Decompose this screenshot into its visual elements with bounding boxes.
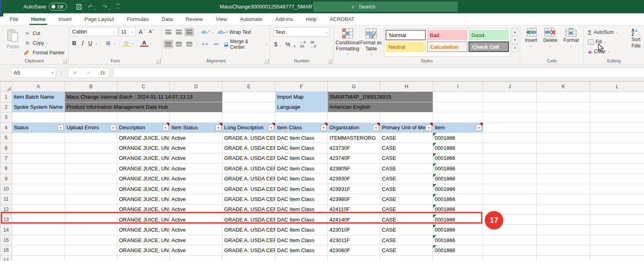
cell-C11[interactable]: ORANGE JUICE, UNSW [117, 194, 170, 204]
cell-I14[interactable]: 0001866 [433, 225, 483, 235]
cell-B15[interactable] [65, 235, 117, 245]
cell-H16[interactable]: CASE [380, 245, 433, 255]
cell-B17[interactable] [65, 255, 117, 261]
align-bottom-button[interactable] [185, 28, 194, 36]
cell-G10[interactable]: 423931F [328, 184, 380, 194]
cell-K12[interactable] [537, 204, 590, 214]
cell-J8[interactable] [483, 164, 537, 174]
underline-button[interactable]: U [86, 40, 94, 46]
cell-L10[interactable] [590, 184, 644, 194]
cell-G3[interactable] [328, 112, 380, 122]
cell-I11[interactable]: 0001866 [433, 194, 483, 204]
cell-F12[interactable]: DAC Item Class [275, 204, 328, 214]
cell-B1[interactable]: Mass Change Internal Batch : 2024-01-11 … [65, 92, 223, 102]
orientation-dropdown-icon[interactable]: ⌄ [211, 30, 214, 34]
font-dialog-launcher[interactable]: ↘ [156, 59, 160, 63]
cell-J9[interactable] [483, 174, 537, 184]
cell-B13[interactable] [65, 215, 117, 225]
font-color-button[interactable]: A [140, 40, 148, 47]
number-dialog-launcher[interactable]: ↘ [328, 59, 332, 63]
cell-K8[interactable] [537, 164, 590, 174]
column-header-E[interactable]: E [223, 82, 275, 92]
cell-B5[interactable] [65, 133, 117, 143]
cell-A15[interactable] [12, 235, 65, 245]
italic-button[interactable]: I [79, 40, 85, 46]
cell-I16[interactable]: 0001866 [433, 245, 483, 255]
tab-home[interactable]: Home [25, 13, 52, 25]
tab-review[interactable]: Review [179, 13, 209, 25]
increase-indent-button[interactable]: ⇥≡ [211, 40, 220, 48]
borders-dropdown-icon[interactable]: ⌄ [113, 41, 116, 45]
conditional-formatting-button[interactable]: Conditional Formatting ⌄ [336, 27, 360, 57]
cell-G14[interactable]: 423010F [328, 225, 380, 235]
cell-E9[interactable]: GRADE A. USDA CERTI [223, 174, 275, 184]
cell-F7[interactable]: DAC Item Class [275, 153, 328, 163]
column-header-I[interactable]: I [433, 82, 483, 92]
cell-F10[interactable]: DAC Item Class [275, 184, 328, 194]
column-header-G[interactable]: G [328, 82, 380, 92]
wrap-text-button[interactable]: ab⮐ Wrap Text [218, 29, 251, 35]
cell-H10[interactable]: CASE [380, 184, 433, 194]
cell-F2[interactable]: Language [275, 102, 328, 112]
column-header-B[interactable]: B [65, 82, 117, 92]
cell-C16[interactable]: ORANGE JUICE, UNSW [117, 245, 170, 255]
row-header-16[interactable]: 16 [0, 245, 12, 255]
cell-I2[interactable] [433, 102, 483, 112]
cell-C13[interactable]: ORANGE JUICE, UNSW [117, 215, 170, 225]
cell-J17[interactable] [483, 255, 537, 261]
decrease-decimal-button[interactable]: .00→.0 [309, 40, 316, 48]
cell-C14[interactable]: ORANGE JUICE, UNSW [117, 225, 170, 235]
cell-K3[interactable] [537, 112, 590, 122]
cell-I3[interactable] [433, 112, 483, 122]
cell-A4[interactable]: Status▼ [12, 122, 65, 133]
cell-D14[interactable]: Active [170, 225, 223, 235]
number-format-combobox[interactable]: Text ⌄ [273, 27, 330, 37]
fill-color-dropdown-icon[interactable]: ⌄ [131, 41, 134, 45]
cell-L12[interactable] [590, 204, 644, 214]
underline-dropdown-icon[interactable]: ⌄ [95, 41, 98, 45]
tab-data[interactable]: Data [155, 13, 179, 25]
cell-L4[interactable] [590, 122, 644, 133]
cell-I8[interactable]: 0001866 [433, 164, 483, 174]
alignment-dialog-launcher[interactable]: ↘ [264, 59, 269, 63]
cell-G6[interactable]: 423730F [328, 143, 380, 153]
align-top-button[interactable] [164, 28, 173, 36]
cell-D16[interactable]: Active [170, 245, 223, 255]
cell-D6[interactable]: Active [170, 143, 223, 153]
cell-C5[interactable]: ORANGE JUICE, UNSW [117, 133, 170, 143]
cell-I6[interactable]: 0001866 [433, 143, 483, 153]
cell-I17[interactable] [433, 255, 483, 261]
cell-D15[interactable]: Active [170, 235, 223, 245]
cell-F1[interactable]: Import Map [275, 92, 328, 102]
align-left-button[interactable] [164, 40, 173, 48]
cell-L1[interactable] [590, 92, 644, 102]
cell-E10[interactable]: GRADE A. USDA CERTI [223, 184, 275, 194]
cell-L16[interactable] [590, 245, 644, 255]
decrease-font-button[interactable]: A˅ [149, 28, 154, 35]
tab-file[interactable]: File [3, 13, 25, 25]
cell-K13[interactable] [537, 215, 590, 225]
cell-E4[interactable]: Long Description▼ [223, 122, 275, 133]
cell-H4[interactable]: Primary Unit of Me▼ [380, 122, 433, 133]
customize-qat-icon[interactable]: ⌄ [116, 4, 119, 9]
cell-D5[interactable]: Active [170, 133, 223, 143]
cell-I1[interactable] [433, 92, 483, 102]
row-header-10[interactable]: 10 [0, 184, 12, 194]
font-size-combobox[interactable]: 11 ⌄ [119, 27, 136, 36]
cell-I7[interactable]: 0001866 [433, 153, 483, 163]
cell-F13[interactable]: DAC Item Class [275, 215, 328, 225]
cell-K14[interactable] [537, 225, 590, 235]
column-header-J[interactable]: J [483, 82, 537, 92]
cell-B4[interactable]: Upload Errors▼ [65, 122, 117, 133]
cell-J11[interactable] [483, 194, 537, 204]
cell-A5[interactable] [12, 133, 65, 143]
fill-color-button[interactable]: ◇ [122, 40, 131, 47]
borders-button[interactable]: ⊞ [104, 40, 113, 46]
cell-J1[interactable] [483, 92, 537, 102]
style-calculation[interactable]: Calculation [427, 41, 467, 52]
cell-E11[interactable]: GRADE A. USDA CERTI [223, 194, 275, 204]
cell-L5[interactable] [590, 133, 644, 143]
cell-H9[interactable]: CASE [380, 174, 433, 184]
cell-A13[interactable] [12, 215, 65, 225]
cell-C10[interactable]: ORANGE JUICE, UNSW [117, 184, 170, 194]
